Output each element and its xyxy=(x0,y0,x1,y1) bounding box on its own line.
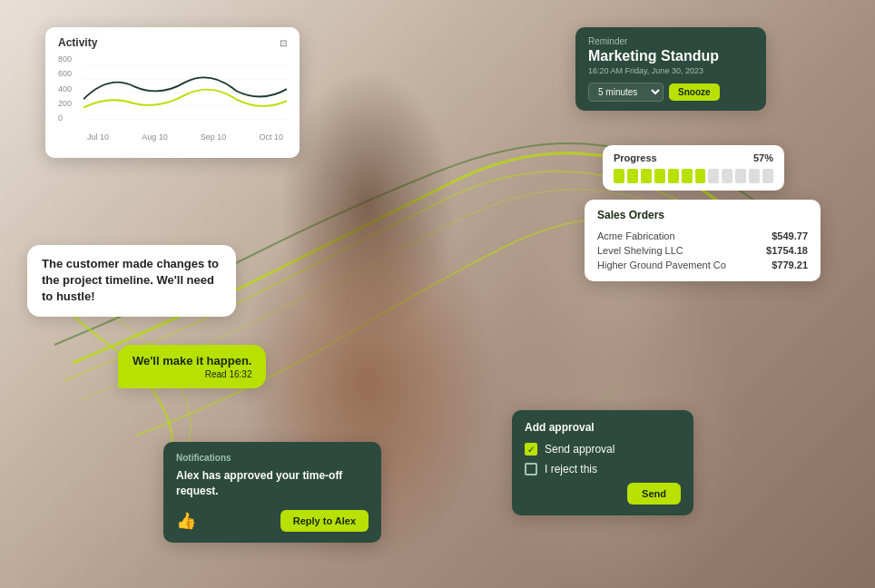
progress-seg-4 xyxy=(654,169,665,183)
sales-company-1: Acme Fabrication xyxy=(597,230,675,241)
progress-seg-3 xyxy=(641,169,652,183)
progress-bar xyxy=(614,169,773,183)
sales-orders-title: Sales Orders xyxy=(597,209,808,221)
sales-amount-2: $1754.18 xyxy=(766,245,808,256)
progress-header: Progress 57% xyxy=(614,152,773,163)
reminder-label: Reminder xyxy=(588,36,753,46)
progress-seg-10 xyxy=(735,169,746,183)
y-axis-labels: 800 600 400 200 0 xyxy=(58,54,72,122)
sales-company-2: Level Shelving LLC xyxy=(597,245,683,256)
progress-seg-6 xyxy=(682,169,693,183)
notification-card: Notifications Alex has approved your tim… xyxy=(163,442,381,543)
approval-footer: Send xyxy=(525,483,681,505)
sales-row-1: Acme Fabrication $549.77 xyxy=(597,229,808,243)
snooze-select[interactable]: 5 minutes 10 minutes 15 minutes 30 minut… xyxy=(588,83,664,102)
progress-seg-11 xyxy=(749,169,760,183)
approval-card: Add approval ✓ Send approval I reject th… xyxy=(512,410,693,515)
progress-seg-8 xyxy=(708,169,719,183)
sales-amount-3: $779.21 xyxy=(772,260,808,270)
x-axis-labels: Jul 10 Aug 10 Sep 10 Oct 10 xyxy=(58,132,287,142)
progress-seg-7 xyxy=(695,169,706,183)
reminder-date: 16:20 AM Friday, June 30, 2023 xyxy=(588,66,753,75)
sales-company-3: Higher Ground Pavement Co xyxy=(597,260,726,270)
progress-card: Progress 57% xyxy=(603,145,784,191)
response-text: We'll make it happen. xyxy=(133,354,251,368)
activity-chart-card: Activity ⊡ 800 600 400 200 0 Jul 10 Aug … xyxy=(45,27,300,158)
reminder-title: Marketing Standup xyxy=(588,48,753,64)
send-button[interactable]: Send xyxy=(627,483,681,505)
approval-title: Add approval xyxy=(525,421,681,434)
reply-to-alex-button[interactable]: Reply to Alex xyxy=(280,510,369,532)
customer-message-bubble: The customer made changes to the project… xyxy=(27,245,236,317)
notification-message: Alex has approved your time-off request. xyxy=(176,468,369,499)
sales-orders-card: Sales Orders Acme Fabrication $549.77 Le… xyxy=(585,200,821,281)
checkbox-empty-icon[interactable] xyxy=(525,463,537,475)
reminder-controls: 5 minutes 10 minutes 15 minutes 30 minut… xyxy=(588,83,753,102)
progress-seg-1 xyxy=(614,169,624,183)
reminder-card: Reminder Marketing Standup 16:20 AM Frid… xyxy=(575,27,766,111)
activity-card-header: Activity ⊡ xyxy=(58,36,287,49)
expand-icon[interactable]: ⊡ xyxy=(280,38,287,48)
activity-title: Activity xyxy=(58,36,97,49)
approval-option-2: I reject this xyxy=(525,463,681,475)
progress-label: Progress xyxy=(614,152,657,163)
snooze-button[interactable]: Snooze xyxy=(669,83,720,101)
progress-seg-2 xyxy=(627,169,638,183)
sales-row-2: Level Shelving LLC $1754.18 xyxy=(597,243,808,258)
response-bubble: We'll make it happen. Read 16:32 xyxy=(118,345,266,388)
reject-label: I reject this xyxy=(545,463,597,475)
notification-label: Notifications xyxy=(176,453,369,463)
progress-seg-12 xyxy=(762,169,773,183)
send-approval-label: Send approval xyxy=(545,443,614,456)
activity-chart-svg xyxy=(84,54,287,127)
progress-seg-5 xyxy=(668,169,679,183)
progress-percentage: 57% xyxy=(753,152,773,163)
sales-row-3: Higher Ground Pavement Co $779.21 xyxy=(597,258,808,272)
chart-area: 800 600 400 200 0 Jul 10 Aug 10 Sep 10 O… xyxy=(58,54,287,145)
thumbs-up-icon: 👍 xyxy=(176,511,196,531)
customer-message-text: The customer made changes to the project… xyxy=(42,257,219,303)
checkbox-checked-icon[interactable]: ✓ xyxy=(525,443,537,456)
approval-option-1: ✓ Send approval xyxy=(525,443,681,456)
progress-seg-9 xyxy=(722,169,732,183)
notification-footer: 👍 Reply to Alex xyxy=(176,510,369,532)
sales-amount-1: $549.77 xyxy=(772,230,808,241)
read-status: Read 16:32 xyxy=(133,369,251,379)
